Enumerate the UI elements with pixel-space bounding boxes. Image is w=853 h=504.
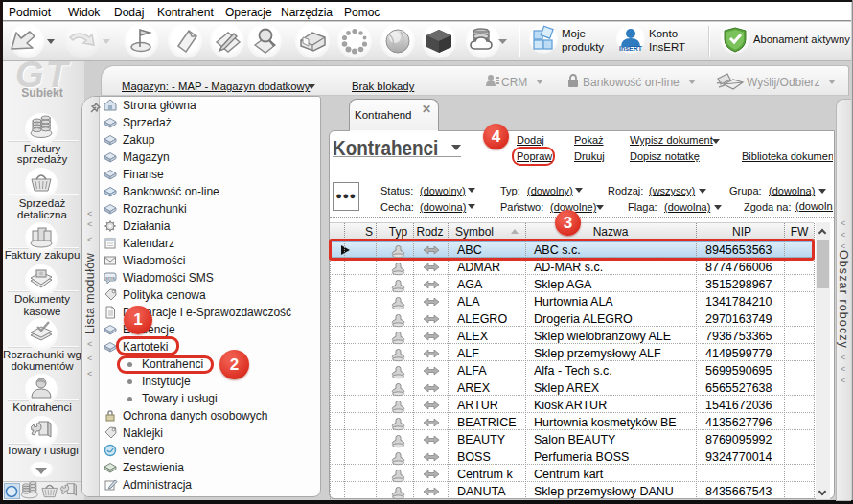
svg-text:InsERT: InsERT [619,45,643,52]
svg-text:sms: sms [105,275,115,281]
